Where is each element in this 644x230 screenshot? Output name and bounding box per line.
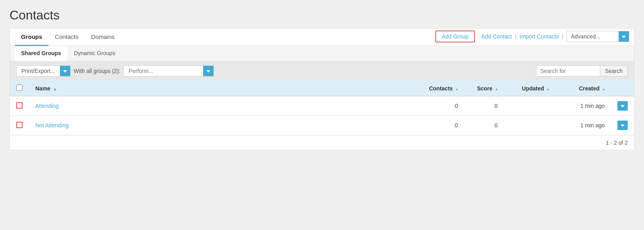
print-export-button[interactable]: Print/Export... [17,66,60,76]
chevron-down-icon [63,70,67,73]
chevron-down-icon [621,105,625,107]
tab-domains[interactable]: Domains [85,29,121,46]
table-wrap: Name ▲ Contacts ⬥ Score ⬥ Updated ⬥ [10,80,634,135]
chevron-down-icon [621,125,625,127]
actions-row: Add Group Add Contact | Import Contacts … [435,31,629,46]
add-group-button[interactable]: Add Group [435,31,475,42]
row-select-cell [10,116,29,135]
pagination-label: 1 - 2 of 2 [606,140,628,146]
groups-table: Name ▲ Contacts ⬥ Score ⬥ Updated ⬥ [10,80,634,135]
row-score-not-attending: 0 [464,116,504,135]
sub-tab-dynamic[interactable]: Dynamic Groups [67,46,121,61]
advanced-dropdown-btn[interactable] [619,31,629,42]
sort-asc-icon: ▲ [53,87,57,91]
select-all-header [10,80,29,96]
pagination-row: 1 - 2 of 2 [10,135,634,150]
table-row: Not Attending 0 0 1 min ago [10,116,634,135]
sort-icon-created: ⬥ [602,87,605,91]
row-score-attending: 0 [464,96,504,116]
with-groups-label: With all groups (2): [74,68,120,74]
th-name[interactable]: Name ▲ [29,80,417,96]
advanced-input-wrap [567,31,629,42]
row-checkbox-not-attending[interactable] [16,122,23,128]
sub-tab-shared[interactable]: Shared Groups [15,46,67,61]
not-attending-link[interactable]: Not Attending [35,122,69,128]
tab-contacts[interactable]: Contacts [48,29,85,46]
search-wrap: Search [536,65,628,77]
sort-icon-contacts: ⬥ [456,87,458,91]
th-updated[interactable]: Updated ⬥ [504,80,556,96]
row-created-not-attending: 1 min ago [556,116,611,135]
row-updated-not-attending [504,116,556,135]
row-created-attending: 1 min ago [556,96,611,116]
select-all-checkbox[interactable] [16,84,23,91]
row-checkbox-attending[interactable] [16,102,23,109]
add-contact-link[interactable]: Add Contact [481,33,512,40]
search-input[interactable] [536,66,600,76]
row-updated-attending [504,96,556,116]
row-contacts-attending: 0 [417,96,464,116]
tab-groups[interactable]: Groups [15,29,48,46]
table-header-row: Name ▲ Contacts ⬥ Score ⬥ Updated ⬥ [10,80,634,96]
perform-dropdown[interactable] [203,66,213,76]
chevron-down-icon [206,70,210,73]
sort-icon-score: ⬥ [495,87,498,91]
sep2: | [560,33,565,40]
row-name-not-attending: Not Attending [29,116,417,135]
th-score[interactable]: Score ⬥ [464,80,504,96]
row-dropdown-attending[interactable] [617,101,628,111]
attending-link[interactable]: Attending [35,103,59,109]
perform-input[interactable] [124,66,203,76]
row-action-attending [611,96,634,116]
row-action-not-attending [611,116,634,135]
sep1: | [513,33,518,40]
main-card: Groups Contacts Domains Add Group Add Co… [10,28,634,150]
print-export-dropdown[interactable] [60,66,70,76]
main-tabs: Groups Contacts Domains [15,29,121,46]
th-created[interactable]: Created ⬥ [556,80,611,96]
search-button[interactable]: Search [600,66,627,76]
row-select-cell [10,96,29,116]
sub-tabs-row: Shared Groups Dynamic Groups [10,46,634,61]
tabs-actions-row: Groups Contacts Domains Add Group Add Co… [10,29,634,46]
page-title: Contacts [10,8,634,23]
table-row: Attending 0 0 1 min ago [10,96,634,116]
toolbar-row: Print/Export... With all groups (2): Sea… [10,61,634,80]
chevron-down-icon [622,36,626,38]
print-export-wrap: Print/Export... [16,65,71,77]
row-name-attending: Attending [29,96,417,116]
th-contacts[interactable]: Contacts ⬥ [417,80,464,96]
import-contacts-link[interactable]: Import Contacts [520,33,559,40]
th-actions [611,80,634,96]
advanced-input[interactable] [567,31,619,42]
perform-wrap [123,65,214,77]
row-dropdown-not-attending[interactable] [617,121,628,130]
row-contacts-not-attending: 0 [417,116,464,135]
sort-icon-updated: ⬥ [547,87,549,91]
